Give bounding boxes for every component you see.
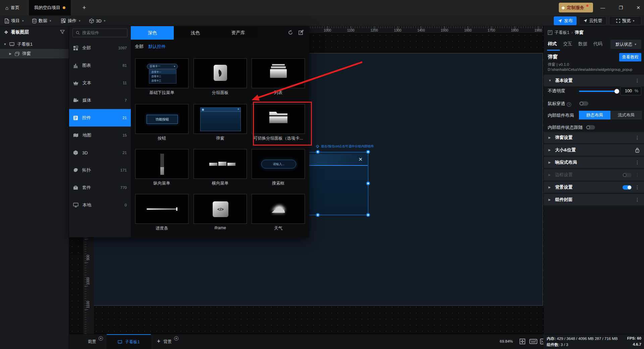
board-tab-active[interactable]: 子看板1 bbox=[107, 334, 151, 349]
state-select-value: 默认状态 bbox=[615, 42, 632, 47]
inspector-tab-交互[interactable]: 交互 bbox=[563, 41, 572, 47]
selection-handle[interactable] bbox=[366, 213, 370, 217]
component-label: 横向菜单 bbox=[194, 181, 247, 186]
category-全部[interactable]: 全部1097 bbox=[69, 39, 131, 57]
category-3D[interactable]: 3D21 bbox=[69, 144, 131, 161]
inspector-tab-代码[interactable]: 代码 bbox=[593, 41, 602, 47]
category-文本[interactable]: 文本11 bbox=[69, 74, 131, 92]
layer-node-2[interactable]: ▶弹窗 bbox=[0, 49, 69, 58]
section-basic-settings[interactable]: ▼ 基本设置 ⋮ bbox=[544, 75, 644, 86]
section-组件封面[interactable]: ▶组件封面⋮ bbox=[544, 194, 644, 205]
fit-view-icon[interactable] bbox=[519, 338, 526, 345]
foreground-label[interactable]: 前景 bbox=[88, 339, 96, 345]
opacity-slider[interactable] bbox=[579, 91, 617, 92]
lock-icon[interactable] bbox=[635, 148, 640, 153]
tab-project[interactable]: 我的空白项目 bbox=[29, 0, 71, 15]
library-search-input[interactable]: 搜索组件 bbox=[72, 29, 127, 37]
custom-service-button[interactable]: ◆ 定制服务 bbox=[559, 3, 593, 12]
inspector-tab-样式[interactable]: 样式 bbox=[548, 41, 557, 47]
section-背景设置[interactable]: ▶背景设置⋮ bbox=[544, 182, 644, 193]
breadcrumb-parent[interactable]: 子看板1 bbox=[554, 30, 569, 36]
filter-funnel-icon[interactable] bbox=[60, 30, 65, 34]
slider-knob[interactable] bbox=[614, 89, 619, 94]
tab-home[interactable]: ⌂ 首页 bbox=[0, 0, 25, 15]
breadcrumb[interactable]: 子看板1 › 弹窗 bbox=[548, 30, 584, 36]
expand-library-icon[interactable] bbox=[299, 30, 304, 35]
minimize-button[interactable]: — bbox=[598, 3, 608, 12]
selection-handle[interactable] bbox=[366, 150, 370, 154]
add-board-button[interactable]: + bbox=[154, 337, 163, 346]
filter-全部[interactable]: 全部 bbox=[135, 44, 144, 50]
category-控件[interactable]: 控件21 bbox=[69, 109, 131, 127]
kebab-menu-icon[interactable]: ⋮ bbox=[635, 78, 640, 83]
state-select[interactable]: 默认状态 ▾ bbox=[610, 40, 641, 49]
component-card-iframe[interactable]: </>iframe bbox=[194, 194, 247, 230]
selection-handle[interactable] bbox=[316, 213, 320, 217]
kebab-menu-icon[interactable]: ⋮ bbox=[635, 160, 640, 165]
menu-item-4[interactable]: 3D▾ bbox=[89, 15, 105, 26]
publish-button[interactable]: 发布 bbox=[554, 16, 577, 25]
component-card-进度条[interactable]: 进度条 bbox=[135, 194, 189, 231]
theme-tab-深色[interactable]: 深色 bbox=[131, 26, 174, 40]
new-tab-button[interactable]: + bbox=[80, 3, 89, 12]
restore-button[interactable]: ❐ bbox=[616, 3, 626, 12]
add-foreground-icon[interactable]: + bbox=[99, 336, 103, 341]
layer-node-1[interactable]: ▼子看板1 bbox=[0, 40, 69, 49]
opacity-value-box[interactable]: 100 % bbox=[620, 87, 641, 95]
component-card-列表[interactable]: 列表 bbox=[252, 58, 305, 96]
component-card-分组面板[interactable]: 分组面板 bbox=[194, 58, 247, 96]
popup-widget-close-icon[interactable]: ✕ bbox=[358, 156, 363, 162]
section-toggle-off[interactable] bbox=[623, 173, 632, 177]
layout-option-流式布局[interactable]: 流式布局 bbox=[610, 111, 642, 119]
section-响应式布局[interactable]: ▶响应式布局⋮ bbox=[544, 157, 644, 168]
add-background-icon[interactable]: + bbox=[174, 336, 178, 341]
caret-down-icon: ▼ bbox=[548, 79, 552, 82]
ruler-label: 1000 bbox=[86, 274, 90, 288]
kebab-menu-icon[interactable]: ⋮ bbox=[635, 172, 640, 178]
component-card-搜索框[interactable]: 请输入...搜索框 bbox=[252, 149, 305, 186]
close-button[interactable]: ✕ bbox=[633, 3, 643, 12]
refresh-icon[interactable] bbox=[288, 30, 293, 35]
category-拓扑[interactable]: 拓扑171 bbox=[69, 161, 131, 179]
component-card-弹窗[interactable]: ✕弹窗 bbox=[194, 104, 247, 141]
category-本地[interactable]: 本地0 bbox=[69, 196, 131, 214]
selection-handle[interactable] bbox=[366, 182, 370, 185]
caret-icon[interactable]: ▶ bbox=[9, 52, 12, 55]
category-图表[interactable]: 图表81 bbox=[69, 57, 131, 74]
memory-main: 429 / 3648 / 4096 MB bbox=[557, 337, 594, 341]
category-套件[interactable]: 套件770 bbox=[69, 179, 131, 196]
kebab-menu-icon[interactable]: ⋮ bbox=[635, 197, 640, 202]
category-地图[interactable]: 地图15 bbox=[69, 127, 131, 144]
component-card-天气[interactable]: ☁天气 bbox=[252, 194, 305, 231]
tutorial-button[interactable]: 查看教程 bbox=[619, 53, 641, 61]
component-card-纵向菜单[interactable]: 纵向菜单 bbox=[135, 149, 189, 186]
component-card-横向菜单[interactable]: 横向菜单 bbox=[194, 149, 247, 186]
mouse-through-toggle[interactable] bbox=[579, 101, 588, 106]
section-边框设置[interactable]: ▶边框设置⋮ bbox=[544, 169, 644, 181]
zoom-level[interactable]: 69.84% bbox=[500, 339, 513, 343]
layout-option-静态布局[interactable]: 静态布局 bbox=[579, 111, 610, 119]
section-大小&位置[interactable]: ▶大小&位置 bbox=[544, 144, 644, 156]
kebab-menu-icon[interactable]: ⋮ bbox=[635, 135, 640, 140]
menu-item-2[interactable]: 数据▾ bbox=[32, 15, 51, 26]
inspector-tab-数据[interactable]: 数据 bbox=[578, 41, 587, 47]
menu-item-1[interactable]: 项目▾ bbox=[5, 15, 24, 26]
section-弹窗设置[interactable]: ▶弹窗设置⋮ bbox=[544, 132, 644, 143]
help-icon[interactable]: ? bbox=[567, 102, 571, 107]
theme-tab-资产库[interactable]: 资产库 bbox=[217, 26, 260, 40]
keyboard-shortcuts-icon[interactable] bbox=[529, 339, 537, 344]
preview-button[interactable]: 预览 ▾ bbox=[609, 16, 641, 25]
component-card-按钮[interactable]: 功能按钮按钮 bbox=[135, 104, 189, 141]
selection-handle[interactable] bbox=[316, 150, 320, 154]
background-label[interactable]: 背景 bbox=[163, 339, 172, 345]
kebab-menu-icon[interactable]: ⋮ bbox=[635, 185, 640, 190]
section-toggle-on[interactable] bbox=[623, 185, 632, 190]
caret-icon[interactable]: ▼ bbox=[3, 43, 7, 46]
theme-tab-浅色[interactable]: 浅色 bbox=[174, 26, 217, 40]
menu-item-3[interactable]: 操作▾ bbox=[61, 15, 80, 26]
state-follow-toggle[interactable] bbox=[586, 125, 595, 130]
category-媒体[interactable]: 媒体7 bbox=[69, 92, 131, 109]
cloud-host-button[interactable]: 云托管 bbox=[579, 16, 606, 25]
filter-默认控件[interactable]: 默认控件 bbox=[148, 44, 166, 50]
component-card-基础下拉菜单[interactable]: 选项卡一▾选项卡一选项卡二选项卡三基础下拉菜单 bbox=[135, 58, 189, 96]
